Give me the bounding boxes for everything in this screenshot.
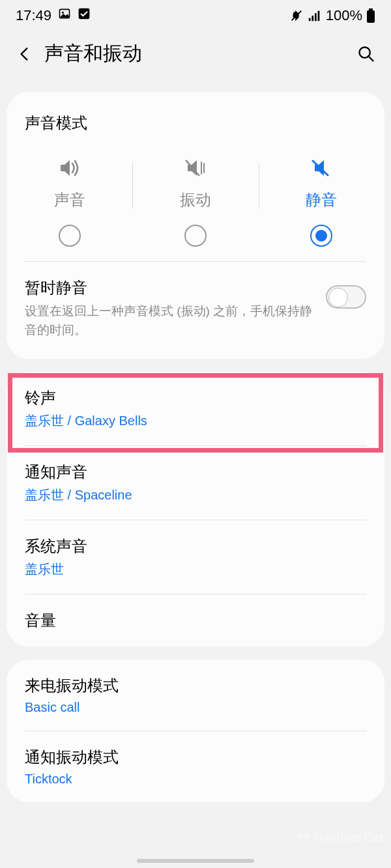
watermark-text: Handset Cat <box>314 831 383 845</box>
svg-rect-4 <box>309 18 311 21</box>
mode-label: 振动 <box>180 189 211 210</box>
ringtone-item[interactable]: 铃声 盖乐世 / Galaxy Bells <box>7 372 384 445</box>
status-time: 17:49 <box>16 7 51 24</box>
system-sound-title: 系统声音 <box>25 536 366 557</box>
volume-title: 音量 <box>25 610 366 631</box>
check-icon <box>78 7 91 24</box>
call-vibration-title: 来电振动模式 <box>25 675 366 696</box>
svg-rect-7 <box>317 11 319 21</box>
watermark: Handset Cat <box>297 831 383 845</box>
notification-vibration-item[interactable]: 通知振动模式 Ticktock <box>7 731 384 802</box>
notification-vibration-title: 通知振动模式 <box>25 747 366 768</box>
system-sound-item[interactable]: 系统声音 盖乐世 <box>7 520 384 594</box>
radio-mute[interactable] <box>310 225 332 247</box>
home-indicator[interactable] <box>137 859 254 863</box>
temporary-mute-title: 暂时静音 <box>25 277 313 298</box>
sound-mode-mute[interactable]: 静音 <box>259 157 384 247</box>
temporary-mute-toggle[interactable] <box>326 285 366 309</box>
svg-rect-9 <box>367 10 375 23</box>
sound-mode-title: 声音模式 <box>7 92 384 140</box>
call-vibration-item[interactable]: 来电振动模式 Basic call <box>7 660 384 731</box>
status-left: 17:49 <box>16 7 91 24</box>
sound-mode-options: 声音 振动 静音 <box>7 140 384 261</box>
status-bar: 17:49 100% <box>0 0 391 31</box>
notification-sound-value: 盖乐世 / Spaceline <box>25 486 366 504</box>
back-button[interactable] <box>12 41 38 67</box>
system-sound-value: 盖乐世 <box>25 561 366 578</box>
mode-label: 静音 <box>306 189 337 210</box>
chevron-left-icon <box>16 46 33 63</box>
mute-mode-icon <box>308 157 334 179</box>
sounds-card-wrap: 铃声 盖乐世 / Galaxy Bells 通知声音 盖乐世 / Spaceli… <box>7 372 384 647</box>
mute-icon <box>289 8 304 23</box>
temporary-mute-desc: 设置在返回上一种声音模式 (振动) 之前，手机保持静音的时间。 <box>25 302 313 339</box>
sounds-card: 铃声 盖乐世 / Galaxy Bells 通知声音 盖乐世 / Spaceli… <box>7 372 384 647</box>
ringtone-title: 铃声 <box>25 387 366 408</box>
cat-icon <box>297 832 310 845</box>
svg-point-1 <box>62 12 64 14</box>
sound-icon <box>57 157 83 179</box>
mode-label: 声音 <box>54 189 85 210</box>
battery-text: 100% <box>326 7 362 24</box>
notification-vibration-value: Ticktock <box>25 772 366 787</box>
notification-sound-item[interactable]: 通知声音 盖乐世 / Spaceline <box>7 446 384 520</box>
radio-sound[interactable] <box>59 225 81 247</box>
signal-icon <box>308 8 322 23</box>
ringtone-value: 盖乐世 / Galaxy Bells <box>25 412 366 430</box>
sound-mode-sound[interactable]: 声音 <box>7 157 132 247</box>
sound-mode-vibrate[interactable]: 振动 <box>132 157 258 247</box>
svg-rect-8 <box>369 8 373 10</box>
sound-mode-card: 声音模式 声音 振动 静音 暂时静音 设置在返回上一种 <box>7 92 384 359</box>
volume-item[interactable]: 音量 <box>7 595 384 647</box>
status-right: 100% <box>289 7 375 24</box>
temporary-mute-row[interactable]: 暂时静音 设置在返回上一种声音模式 (振动) 之前，手机保持静音的时间。 <box>7 262 384 359</box>
svg-line-11 <box>369 56 373 61</box>
search-button[interactable] <box>353 41 379 67</box>
svg-rect-2 <box>79 8 90 20</box>
radio-vibrate[interactable] <box>184 225 207 247</box>
vibrate-icon <box>182 157 209 179</box>
picture-icon <box>58 7 71 24</box>
page-title: 声音和振动 <box>44 40 142 67</box>
battery-icon <box>366 8 375 23</box>
svg-rect-5 <box>311 16 313 21</box>
temporary-mute-text: 暂时静音 设置在返回上一种声音模式 (振动) 之前，手机保持静音的时间。 <box>25 277 313 339</box>
search-icon <box>357 45 375 63</box>
vibration-card: 来电振动模式 Basic call 通知振动模式 Ticktock <box>7 660 384 802</box>
notification-sound-title: 通知声音 <box>25 462 366 483</box>
svg-rect-6 <box>315 13 317 21</box>
call-vibration-value: Basic call <box>25 700 366 715</box>
page-header: 声音和振动 <box>0 31 391 79</box>
